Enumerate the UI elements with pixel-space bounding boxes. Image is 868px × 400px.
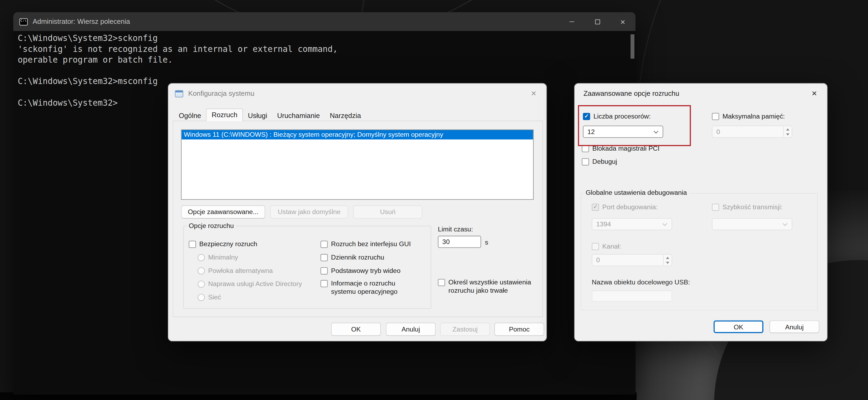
pci-lock-option[interactable]: Blokada magistrali PCI bbox=[582, 144, 659, 152]
boot-log-label: Dziennik rozruchu bbox=[331, 254, 384, 261]
debug-port-label: Port debugowania: bbox=[602, 203, 658, 211]
pci-lock-checkbox[interactable] bbox=[582, 145, 589, 152]
timeout-unit: s bbox=[485, 238, 488, 246]
persistent-settings-option[interactable]: Określ wszystkie ustawienia rozruchu jak… bbox=[438, 278, 540, 295]
network-option: Sieć bbox=[197, 293, 221, 301]
boot-log-checkbox[interactable] bbox=[321, 254, 328, 261]
advanced-close-button[interactable]: × bbox=[802, 84, 827, 103]
timeout-input[interactable]: 30 bbox=[438, 236, 481, 248]
msconfig-icon bbox=[175, 90, 183, 97]
alternate-shell-label: Powłoka alternatywna bbox=[208, 267, 273, 274]
apply-button: Zastosuj bbox=[440, 323, 490, 336]
spinner-arrows bbox=[783, 127, 791, 137]
channel-value: 0 bbox=[596, 256, 600, 264]
baud-rate-label: Szybkość transmisji: bbox=[722, 203, 783, 211]
max-memory-value: 0 bbox=[716, 128, 720, 136]
num-processors-dropdown[interactable]: 12 bbox=[583, 126, 663, 138]
cancel-button[interactable]: Anuluj bbox=[770, 321, 819, 333]
spinner-up-icon bbox=[786, 128, 789, 130]
no-gui-boot-checkbox[interactable] bbox=[321, 240, 328, 248]
advanced-boot-dialog: Zaawansowane opcje rozruchu × ✓ Liczba p… bbox=[574, 83, 828, 341]
no-gui-boot-option[interactable]: Rozruch bez interfejsu GUI bbox=[321, 240, 411, 248]
os-boot-info-checkbox[interactable] bbox=[321, 280, 328, 287]
max-memory-spinner: 0 bbox=[712, 126, 792, 138]
network-label: Sieć bbox=[208, 293, 221, 301]
close-icon: × bbox=[620, 17, 625, 26]
ok-button[interactable]: OK bbox=[331, 323, 381, 336]
msconfig-tab-bar: Ogólne Rozruch Usługi Uruchamianie Narzę… bbox=[174, 108, 366, 121]
tab-uruchamianie[interactable]: Uruchamianie bbox=[272, 110, 325, 121]
alternate-shell-radio bbox=[197, 267, 205, 274]
tab-uslugi[interactable]: Usługi bbox=[243, 110, 272, 121]
debug-option[interactable]: Debuguj bbox=[582, 158, 617, 165]
spinner-down-icon bbox=[665, 261, 669, 264]
chevron-down-icon bbox=[783, 221, 787, 226]
spinner-up-icon bbox=[665, 257, 669, 259]
baud-rate-option: Szybkość transmisji: bbox=[712, 203, 783, 211]
baud-rate-dropdown bbox=[712, 218, 792, 230]
debug-checkbox[interactable] bbox=[582, 158, 589, 165]
channel-label: Kanał: bbox=[602, 242, 621, 250]
terminal-title: Administrator: Wiersz polecenia bbox=[33, 18, 130, 25]
ad-repair-radio bbox=[197, 280, 205, 288]
minimal-radio bbox=[197, 254, 205, 261]
desktop: Administrator: Wiersz polecenia ─ × C:\W… bbox=[0, 0, 868, 400]
num-processors-checkbox[interactable]: ✓ bbox=[583, 113, 590, 120]
tab-ogolne[interactable]: Ogólne bbox=[174, 110, 206, 121]
close-icon: × bbox=[812, 88, 817, 98]
os-boot-info-label: Informacje o rozruchu systemu operacyjne… bbox=[331, 279, 418, 296]
persistent-settings-checkbox[interactable] bbox=[438, 279, 445, 286]
network-radio bbox=[197, 294, 205, 301]
advanced-options-button[interactable]: Opcje zaawansowane... bbox=[181, 205, 265, 219]
alternate-shell-option: Powłoka alternatywna bbox=[197, 267, 273, 274]
close-button[interactable]: × bbox=[610, 12, 636, 31]
timeout-label: Limit czasu: bbox=[438, 225, 473, 233]
minimize-button[interactable]: ─ bbox=[559, 12, 585, 31]
advanced-titlebar[interactable]: Zaawansowane opcje rozruchu × bbox=[575, 84, 827, 103]
terminal-line: 'sckonfig' is not recognized as an inter… bbox=[18, 44, 631, 55]
boot-log-option[interactable]: Dziennik rozruchu bbox=[321, 254, 384, 261]
debug-port-dropdown: 1394 bbox=[592, 218, 672, 230]
channel-checkbox bbox=[592, 243, 599, 250]
minimal-label: Minimalny bbox=[208, 254, 238, 261]
terminal-titlebar[interactable]: Administrator: Wiersz polecenia ─ × bbox=[13, 12, 636, 31]
boot-options-group-label: Opcje rozruchu bbox=[187, 222, 236, 230]
msconfig-titlebar[interactable]: Konfiguracja systemu × bbox=[168, 84, 547, 103]
chevron-down-icon bbox=[654, 129, 658, 134]
num-processors-option[interactable]: ✓ Liczba procesorów: bbox=[583, 112, 651, 120]
maximize-icon bbox=[595, 19, 600, 24]
usb-target-label: Nazwa obiektu docelowego USB: bbox=[592, 278, 690, 286]
pci-lock-label: Blokada magistrali PCI bbox=[592, 144, 659, 152]
ok-button[interactable]: OK bbox=[714, 321, 763, 333]
spinner-arrows bbox=[663, 255, 671, 265]
help-button[interactable]: Pomoc bbox=[494, 323, 544, 336]
base-video-option[interactable]: Podstawowy tryb wideo bbox=[321, 267, 401, 274]
baud-rate-checkbox bbox=[712, 203, 719, 210]
boot-entry-row[interactable]: Windows 11 (C:\WINDOWS) : Bieżący system… bbox=[182, 130, 533, 139]
ad-repair-option: Naprawa usługi Active Directory bbox=[197, 280, 302, 288]
debug-port-value: 1394 bbox=[596, 220, 611, 228]
delete-button: Usuń bbox=[353, 205, 423, 219]
usb-target-input bbox=[592, 291, 672, 302]
cancel-button[interactable]: Anuluj bbox=[386, 323, 436, 336]
base-video-label: Podstawowy tryb wideo bbox=[331, 267, 400, 274]
boot-entries-list[interactable]: Windows 11 (C:\WINDOWS) : Bieżący system… bbox=[181, 130, 534, 200]
os-boot-info-option[interactable]: Informacje o rozruchu systemu operacyjne… bbox=[321, 279, 418, 296]
safe-boot-checkbox[interactable] bbox=[189, 240, 196, 248]
safe-boot-option[interactable]: Bezpieczny rozruch bbox=[189, 240, 257, 248]
scrollbar-thumb[interactable] bbox=[630, 34, 634, 59]
max-memory-checkbox[interactable] bbox=[712, 113, 719, 120]
maximize-button[interactable] bbox=[585, 12, 610, 31]
checkmark-icon: ✓ bbox=[584, 113, 589, 119]
close-icon: × bbox=[531, 88, 536, 98]
num-processors-value: 12 bbox=[587, 128, 595, 136]
checkmark-icon: ✓ bbox=[593, 204, 598, 210]
base-video-checkbox[interactable] bbox=[321, 267, 328, 274]
msconfig-close-button[interactable]: × bbox=[521, 84, 546, 103]
max-memory-option[interactable]: Maksymalna pamięć: bbox=[712, 112, 785, 120]
debug-port-checkbox: ✓ bbox=[592, 203, 599, 210]
spinner-down-icon bbox=[786, 133, 789, 135]
tab-narzedzia[interactable]: Narzędzia bbox=[325, 110, 366, 121]
tab-rozruch[interactable]: Rozruch bbox=[206, 108, 243, 121]
minimize-icon: ─ bbox=[569, 18, 575, 25]
